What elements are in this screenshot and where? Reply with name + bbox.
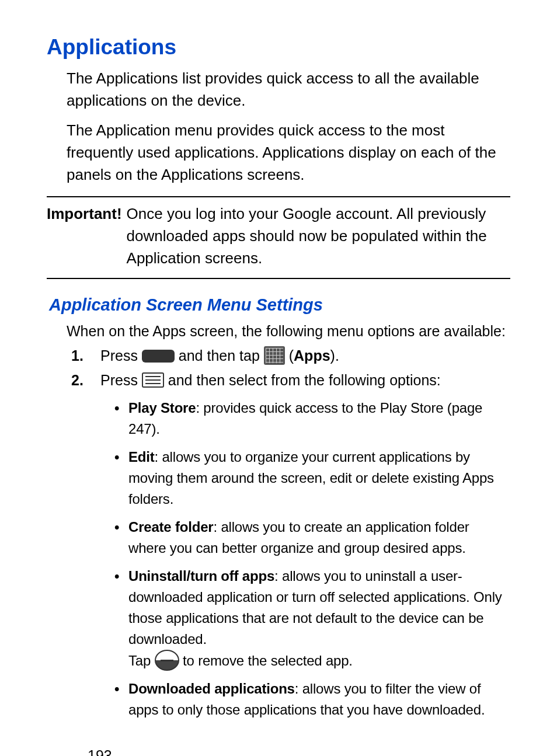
- option-downloaded-label: Downloaded applications: [128, 681, 295, 696]
- lead-paragraph: When on the Apps screen, the following m…: [67, 320, 510, 342]
- step1-text4: ).: [330, 347, 339, 364]
- step1-apps-bold: Apps: [294, 347, 330, 364]
- subheading: Application Screen Menu Settings: [49, 295, 510, 315]
- option-edit: Edit: allows you to organize your curren…: [114, 447, 510, 510]
- page-title: Applications: [47, 35, 510, 60]
- callout-label: Important!: [47, 203, 122, 225]
- step2-text2: and then select from the following optio…: [168, 372, 441, 388]
- step2-text1: Press: [100, 372, 142, 388]
- option-play-store-label: Play Store: [128, 400, 196, 416]
- important-callout: Important! Once you log into your Google…: [47, 196, 510, 278]
- step1-text1: Press: [100, 347, 142, 364]
- option-downloaded: Downloaded applications: allows you to f…: [114, 678, 510, 720]
- step-1: Press and then tap (Apps).: [71, 345, 510, 366]
- remove-app-icon: [155, 650, 179, 671]
- callout-body: Once you log into your Google account. A…: [127, 203, 510, 269]
- intro-paragraph-2: The Application menu provides quick acce…: [67, 120, 510, 186]
- steps-list: Press and then tap (Apps). Press and the…: [71, 345, 510, 721]
- page-number: 193: [88, 747, 510, 756]
- option-create-folder-label: Create folder: [128, 519, 213, 535]
- option-uninstall: Uninstall/turn off apps: allows you to u…: [114, 566, 510, 671]
- step1-text2: and then tap: [179, 347, 264, 364]
- step-2: Press and then select from the following…: [71, 370, 510, 720]
- apps-grid-icon: [264, 346, 285, 365]
- menu-key-icon: [142, 372, 164, 388]
- option-uninstall-label: Uninstall/turn off apps: [128, 568, 274, 584]
- option-edit-label: Edit: [128, 449, 155, 465]
- options-list: Play Store: provides quick access to the…: [114, 398, 510, 720]
- option-uninstall-tap-suffix: to remove the selected app.: [183, 653, 353, 668]
- option-edit-desc: : allows you to organize your current ap…: [128, 449, 494, 507]
- page: Applications The Applications list provi…: [0, 0, 557, 756]
- option-uninstall-tap-prefix: Tap: [128, 653, 155, 668]
- home-key-icon: [142, 350, 175, 363]
- option-play-store: Play Store: provides quick access to the…: [114, 398, 510, 440]
- option-create-folder: Create folder: allows you to create an a…: [114, 517, 510, 559]
- intro-paragraph-1: The Applications list provides quick acc…: [67, 68, 510, 112]
- step1-text3: (: [289, 347, 294, 364]
